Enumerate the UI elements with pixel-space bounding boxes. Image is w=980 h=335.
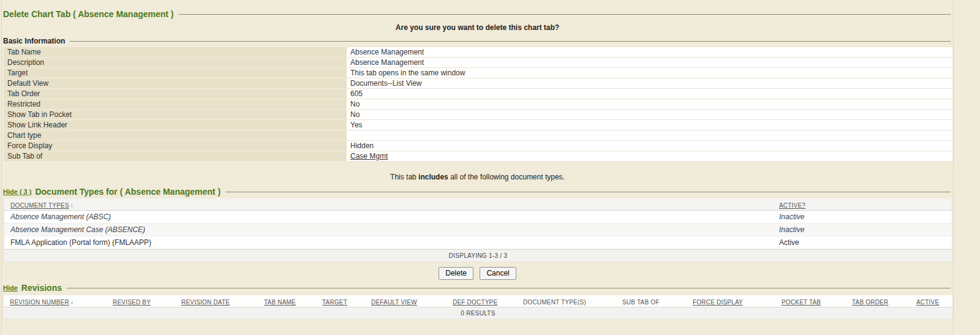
sort-desc-icon: ↓ xyxy=(70,299,74,306)
cancel-button[interactable]: Cancel xyxy=(480,267,516,280)
field-label-show-link-header: Show Link Header xyxy=(4,120,347,130)
table-row: FMLA Application (Portal form) (FMLAAPP)… xyxy=(4,236,952,249)
field-value-description: Absence Management xyxy=(347,58,952,68)
tab-order-column-header[interactable]: TAB ORDER xyxy=(852,299,888,306)
confirm-message: Are you sure you want to delete this cha… xyxy=(2,23,953,32)
revisions-title: Revisions xyxy=(21,282,62,293)
def-doctype-column-header[interactable]: DEF DOCTYPE xyxy=(453,299,497,306)
table-row: Chart type xyxy=(4,130,952,141)
revisions-hide-link[interactable]: Hide xyxy=(3,284,18,292)
pocket-tab-column-header[interactable]: POCKET TAB xyxy=(782,299,821,306)
includes-note-prefix: This tab xyxy=(390,173,418,181)
field-label-default-view: Default View xyxy=(4,78,347,89)
field-value-force-display: Hidden xyxy=(347,141,952,151)
delete-chart-tab-panel: Delete Chart Tab ( Absence Management ) … xyxy=(1,0,954,335)
tab-name-column-header[interactable]: TAB NAME xyxy=(264,299,296,306)
field-value-show-tab-in-pocket: No xyxy=(347,110,952,120)
revision-number-column-header[interactable]: REVISION NUMBER xyxy=(10,299,69,306)
page-header: Delete Chart Tab ( Absence Management ) xyxy=(2,0,953,20)
doc-type-name: Absence Management (ABSC) xyxy=(4,213,779,221)
field-value-restricted: No xyxy=(347,99,952,110)
table-row: Default View Documents--List View xyxy=(4,78,952,89)
doc-types-hide-link[interactable]: Hide ( 3 ) xyxy=(3,188,31,195)
field-label-show-tab-in-pocket: Show Tab in Pocket xyxy=(4,110,347,120)
revisions-header: Hide Revisions xyxy=(2,282,953,293)
active-column-header[interactable]: ACTIVE xyxy=(916,299,939,306)
doc-types-header: Hide ( 3 ) Document Types for ( Absence … xyxy=(2,186,953,197)
revisions-table: REVISION NUMBER↓ REVISED BY REVISION DAT… xyxy=(3,295,953,319)
table-row: Sub Tab of Case Mgmt xyxy=(4,151,952,162)
field-label-tab-name: Tab Name xyxy=(4,47,347,58)
revisions-rule xyxy=(67,288,951,288)
action-buttons: Delete Cancel xyxy=(2,267,953,280)
table-row: Absence Management Case (ABSENCE) Inacti… xyxy=(4,224,952,236)
document-types-column-header-static: DOCUMENT TYPE(S) xyxy=(523,299,586,306)
table-row: Restricted No xyxy=(4,99,952,110)
doc-types-table: DOCUMENT TYPES↑ ACTIVE? Absence Manageme… xyxy=(4,198,952,262)
basic-info-table: Tab Name Absence Management Description … xyxy=(4,47,952,162)
field-label-restricted: Restricted xyxy=(4,99,347,110)
doc-types-pagination: DISPLAYING 1-3 / 3 xyxy=(4,249,952,262)
basic-info-title: Basic Information xyxy=(3,37,65,45)
delete-button[interactable]: Delete xyxy=(439,267,473,280)
revised-by-column-header[interactable]: REVISED BY xyxy=(113,299,151,306)
table-row: Description Absence Management xyxy=(4,58,952,68)
field-label-sub-tab-of: Sub Tab of xyxy=(4,151,347,162)
doc-type-active: Active xyxy=(779,238,952,247)
table-row: Tab Name Absence Management xyxy=(4,47,952,58)
revisions-table-header: REVISION NUMBER↓ REVISED BY REVISION DAT… xyxy=(4,295,952,307)
doc-types-table-header: DOCUMENT TYPES↑ ACTIVE? xyxy=(4,198,952,211)
revision-date-column-header[interactable]: REVISION DATE xyxy=(181,299,230,306)
field-value-show-link-header: Yes xyxy=(347,120,952,130)
revisions-empty-state: 0 RESULTS xyxy=(4,307,952,318)
doc-type-active: Inactive xyxy=(779,213,952,221)
doc-type-active: Inactive xyxy=(779,225,952,234)
includes-note: This tab includes all of the following d… xyxy=(2,173,953,181)
table-row: Tab Order 605 xyxy=(4,89,952,99)
basic-info-header: Basic Information xyxy=(2,37,953,45)
field-label-chart-type: Chart type xyxy=(4,130,347,141)
field-label-force-display: Force Display xyxy=(4,141,347,151)
default-view-column-header[interactable]: DEFAULT VIEW xyxy=(371,299,417,306)
table-row: Absence Management (ABSC) Inactive xyxy=(4,211,952,224)
sort-asc-icon: ↑ xyxy=(70,202,74,209)
force-display-column-header[interactable]: FORCE DISPLAY xyxy=(693,299,743,306)
field-label-tab-order: Tab Order xyxy=(4,89,347,99)
field-value-tab-order: 605 xyxy=(347,89,952,99)
doc-type-name: Absence Management Case (ABSENCE) xyxy=(4,225,779,234)
document-types-column-header[interactable]: DOCUMENT TYPES xyxy=(10,202,69,209)
basic-info-rule xyxy=(70,41,951,42)
sub-tab-of-link[interactable]: Case Mgmt xyxy=(350,152,388,160)
includes-note-bold: includes xyxy=(418,173,448,181)
doc-type-name: FMLA Application (Portal form) (FMLAAPP) xyxy=(4,238,779,247)
field-value-target: This tab opens in the same window xyxy=(347,68,952,78)
page-title: Delete Chart Tab ( Absence Management ) xyxy=(3,9,174,20)
doc-types-rule xyxy=(225,192,951,192)
field-value-tab-name: Absence Management xyxy=(347,47,952,58)
sub-tab-of-column-header-static: SUB TAB OF xyxy=(622,299,660,306)
table-row: Target This tab opens in the same window xyxy=(4,68,952,78)
header-rule xyxy=(179,14,951,15)
doc-types-title: Document Types for ( Absence Management … xyxy=(35,186,221,197)
field-label-target: Target xyxy=(4,68,347,78)
active-column-header[interactable]: ACTIVE? xyxy=(779,202,805,209)
table-row: Show Link Header Yes xyxy=(4,120,952,130)
field-value-chart-type xyxy=(347,130,952,141)
field-value-default-view: Documents--List View xyxy=(347,78,952,89)
target-column-header[interactable]: TARGET xyxy=(322,299,347,306)
includes-note-suffix: all of the following document types. xyxy=(448,173,565,181)
table-row: Show Tab in Pocket No xyxy=(4,110,952,120)
field-label-description: Description xyxy=(4,58,347,68)
table-row: Force Display Hidden xyxy=(4,141,952,151)
